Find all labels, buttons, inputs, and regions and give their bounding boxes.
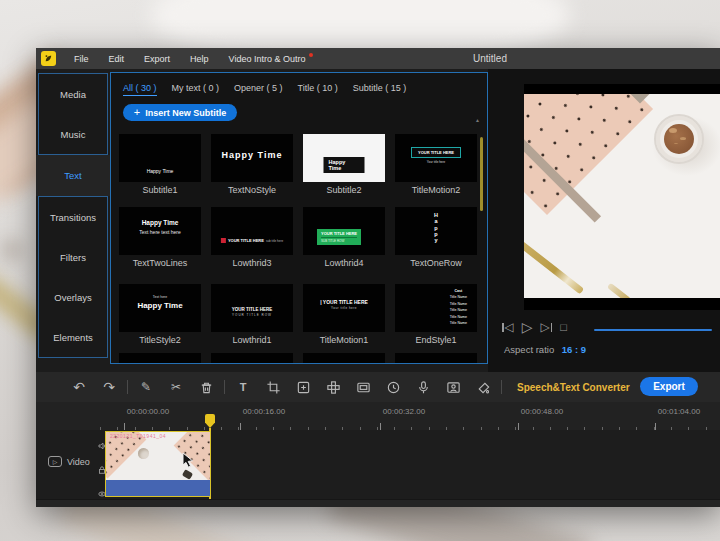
template-thumbnail: Text hereHappy Time (119, 284, 201, 332)
template-lowthrid3[interactable]: YOUR TITLE HEREsub title hereLowthrid3 (211, 207, 293, 268)
speech-text-converter-button[interactable]: Speech&Text Converter (517, 382, 630, 393)
app-window: FileEditExportHelpVideo Intro & Outro Un… (36, 48, 720, 507)
seek-bar[interactable] (594, 329, 712, 331)
ruler-timestamp: 00:00:16.00 (243, 407, 285, 416)
zoom-frame-icon[interactable] (288, 380, 318, 395)
template-name: Subtitle2 (303, 185, 385, 195)
aspect-ratio-value[interactable]: 16 : 9 (562, 344, 586, 355)
template-subtitle1[interactable]: Happy TimeSubtitle1 (119, 134, 201, 195)
scroll-down-icon[interactable]: ▼ (475, 363, 480, 364)
ruler-timestamp: 00:00:32.00 (383, 407, 425, 416)
template-lowthrid1[interactable]: YOUR TITLE HEREYOUR TITLE ROWLowthrid1 (211, 284, 293, 345)
empty-track-lane[interactable] (36, 499, 720, 507)
template-tabs: All ( 30 )My text ( 0 )Opener ( 5 )Title… (123, 83, 406, 96)
mosaic-icon[interactable] (318, 380, 348, 395)
timeline-clip[interactable]: 2220121_T01941_04 (105, 431, 211, 497)
mouse-cursor (182, 452, 195, 469)
template-thumbnail: | YOUR TITLE HEREYour title here (303, 284, 385, 332)
template-partial[interactable] (211, 353, 293, 364)
sidebar-item-text[interactable]: Text (36, 155, 110, 196)
clip-audio-bar (106, 480, 210, 496)
export-button[interactable]: Export (640, 377, 698, 396)
main-content: MediaMusicTextTransitionsFiltersOverlays… (36, 69, 720, 372)
tab-subtitle[interactable]: Subtitle ( 15 ) (353, 83, 407, 96)
template-thumbnail: CastTitle NameTitle NameTitle NameTitle … (395, 284, 477, 332)
app-logo-icon[interactable] (41, 51, 56, 66)
template-textnostyle[interactable]: Happy TimeTextNoStyle (211, 134, 293, 195)
template-name: TitleMotion1 (303, 335, 385, 345)
plus-icon: + (134, 106, 140, 118)
template-name: TitleStyle2 (119, 335, 201, 345)
template-name: Lowthrid3 (211, 258, 293, 268)
template-partial[interactable] (303, 353, 385, 364)
template-thumbnail: YOUR TITLE HEREYour title here (395, 134, 477, 182)
text-templates-panel: All ( 30 )My text ( 0 )Opener ( 5 )Title… (110, 72, 488, 364)
type-tool-icon[interactable]: T (228, 381, 258, 393)
template-endstyle1[interactable]: CastTitle NameTitle NameTitle NameTitle … (395, 284, 477, 345)
trash-icon[interactable] (191, 380, 221, 395)
tab-opener[interactable]: Opener ( 5 ) (234, 83, 283, 96)
sidebar-item-media[interactable]: Media (39, 74, 107, 114)
template-lowthrid4[interactable]: YOUR TITLE HERESUB TITLE ROWLowthrid4 (303, 207, 385, 268)
menu-bar: FileEditExportHelpVideo Intro & Outro Un… (36, 48, 720, 69)
template-partial[interactable] (119, 353, 201, 364)
sidebar-item-transitions[interactable]: Transitions (39, 197, 107, 237)
menu-item-help[interactable]: Help (180, 54, 219, 64)
tab-title[interactable]: Title ( 10 ) (298, 83, 338, 96)
sidebar-group: TransitionsFiltersOverlaysElements (38, 196, 108, 358)
scrollbar-thumb[interactable] (480, 137, 483, 211)
template-subtitle2[interactable]: Happy TimeSubtitle2 (303, 134, 385, 195)
menu-item-video-intro-outro[interactable]: Video Intro & Outro (219, 54, 316, 64)
clock-icon[interactable] (378, 380, 408, 395)
preview-panel: ◁▷▷□ Aspect ratio 16 : 9 (488, 69, 720, 372)
microphone-icon[interactable] (408, 380, 438, 395)
template-name: Lowthrid4 (303, 258, 385, 268)
prev-frame-button[interactable]: ◁ (502, 320, 514, 334)
next-frame-button[interactable]: ▷ (541, 320, 553, 334)
aspect-ratio-row: Aspect ratio 16 : 9 (504, 344, 586, 355)
panel-scrollbar[interactable]: ▲ ▼ (480, 125, 483, 361)
insert-new-subtitle-button[interactable]: + Insert New Subtitle (123, 104, 237, 121)
video-preview (524, 84, 720, 310)
template-titlestyle2[interactable]: Text hereHappy TimeTitleStyle2 (119, 284, 201, 345)
template-titlemotion1[interactable]: | YOUR TITLE HEREYour title hereTitleMot… (303, 284, 385, 345)
template-titlemotion2[interactable]: YOUR TITLE HEREYour title hereTitleMotio… (395, 134, 477, 195)
screen-icon[interactable] (348, 380, 378, 395)
insert-button-label: Insert New Subtitle (145, 108, 226, 118)
sidebar-item-filters[interactable]: Filters (39, 237, 107, 277)
scissors-icon[interactable]: ✂ (161, 380, 191, 394)
timeline-ruler[interactable]: 00:00:00.0000:00:16.0000:00:32.0000:00:4… (36, 402, 720, 430)
toolbar-icons: ↶↷✎✂T (64, 379, 498, 395)
redo-icon[interactable]: ↷ (94, 379, 124, 395)
template-thumbnail (395, 353, 477, 364)
template-name: TextNoStyle (211, 185, 293, 195)
template-textonerow[interactable]: HappyTextOneRow (395, 207, 477, 268)
pencil-icon[interactable]: ✎ (131, 380, 161, 394)
template-thumbnail: Happy Time (211, 134, 293, 182)
menu-item-edit[interactable]: Edit (99, 54, 135, 64)
play-button[interactable]: ▷ (522, 319, 533, 335)
template-thumbnail (303, 353, 385, 364)
paint-icon[interactable] (468, 380, 498, 395)
toolbar-divider (224, 380, 225, 394)
template-partial[interactable] (395, 353, 477, 364)
stop-button[interactable]: □ (560, 321, 567, 333)
menu-item-file[interactable]: File (64, 54, 99, 64)
template-thumbnail (119, 353, 201, 364)
menu-items: FileEditExportHelpVideo Intro & Outro (64, 54, 315, 64)
tab-my[interactable]: My text ( 0 ) (172, 83, 220, 96)
undo-icon[interactable]: ↶ (64, 379, 94, 395)
sidebar-item-elements[interactable]: Elements (39, 317, 107, 357)
sidebar-item-music[interactable]: Music (39, 114, 107, 154)
tab-all[interactable]: All ( 30 ) (123, 83, 157, 96)
sidebar-item-overlays[interactable]: Overlays (39, 277, 107, 317)
template-name: Lowthrid1 (211, 335, 293, 345)
transport-controls: ◁▷▷□ (502, 319, 567, 335)
menu-item-export[interactable]: Export (134, 54, 180, 64)
editing-toolbar: ↶↷✎✂T Speech&Text Converter Export (36, 372, 720, 402)
crop-icon[interactable] (258, 380, 288, 395)
template-texttwolines[interactable]: Happy TimeText here text hereTextTwoLine… (119, 207, 201, 268)
sidebar: MediaMusicTextTransitionsFiltersOverlays… (36, 69, 110, 372)
portrait-frame-icon[interactable] (438, 380, 468, 395)
scroll-up-icon[interactable]: ▲ (475, 117, 480, 123)
